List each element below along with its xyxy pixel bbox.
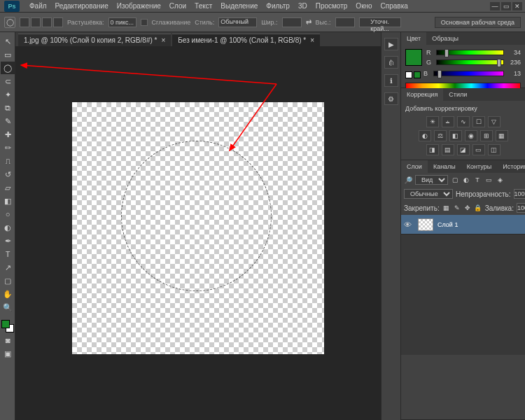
menu-text[interactable]: Текст <box>190 2 216 10</box>
eyedropper-tool[interactable]: ✎ <box>1 115 15 127</box>
tab-layers[interactable]: Слои <box>401 160 428 173</box>
lock-position-icon[interactable]: ✥ <box>463 204 472 212</box>
threshold-icon[interactable]: ◪ <box>457 144 470 155</box>
bw-icon[interactable]: ◧ <box>449 130 462 141</box>
tab-color[interactable]: Цвет <box>401 32 426 45</box>
refine-edge-button[interactable]: Уточн. край... <box>359 18 401 27</box>
path-selection-tool[interactable]: ↗ <box>1 261 15 274</box>
photo-filter-icon[interactable]: ◉ <box>465 130 477 141</box>
dock-histogram-icon[interactable]: ⫛ <box>384 56 398 69</box>
g-value[interactable]: 236 <box>507 59 521 66</box>
tab-paths[interactable]: Контуры <box>461 160 497 173</box>
menu-image[interactable]: Изображение <box>113 2 165 10</box>
r-value[interactable]: 34 <box>507 49 521 56</box>
levels-icon[interactable]: ⫨ <box>442 116 454 127</box>
minimize-button[interactable]: — <box>490 2 500 10</box>
selective-color-icon[interactable]: ◫ <box>488 144 500 155</box>
filter-pixel-icon[interactable]: ▢ <box>451 176 459 184</box>
selection-subtract-button[interactable] <box>42 18 52 27</box>
move-tool[interactable]: ↖ <box>1 35 15 48</box>
style-select[interactable]: Обычный <box>218 18 257 27</box>
filter-shape-icon[interactable]: ▭ <box>484 176 493 184</box>
tab-swatches[interactable]: Образцы <box>426 32 464 45</box>
height-input[interactable] <box>335 18 355 27</box>
selection-add-button[interactable] <box>31 18 41 27</box>
type-tool[interactable]: T <box>1 248 15 260</box>
dock-info-icon[interactable]: ℹ <box>384 74 398 87</box>
maximize-button[interactable]: ▭ <box>501 2 511 10</box>
close-icon[interactable]: × <box>310 36 314 44</box>
exposure-icon[interactable]: ☐ <box>472 116 485 127</box>
menu-layer[interactable]: Слои <box>165 2 190 10</box>
g-slider[interactable] <box>436 59 504 65</box>
close-icon[interactable]: × <box>161 36 165 44</box>
layer-thumbnail[interactable] <box>418 218 433 231</box>
gradient-map-icon[interactable]: ▭ <box>472 144 485 155</box>
opacity-input[interactable] <box>514 189 525 199</box>
alt-swatch[interactable] <box>414 71 421 78</box>
warn-swatch[interactable] <box>405 71 412 78</box>
blend-mode-select[interactable]: Обычные <box>404 189 453 199</box>
selection-new-button[interactable] <box>20 18 29 27</box>
gradient-tool[interactable]: ◧ <box>1 195 15 207</box>
antialias-checkbox[interactable] <box>141 19 148 26</box>
canvas[interactable] <box>72 102 324 354</box>
quick-mask-toggle[interactable]: ◙ <box>1 334 15 346</box>
channel-mixer-icon[interactable]: ⊞ <box>480 130 493 141</box>
menu-filter[interactable]: Фильтр <box>262 2 294 10</box>
blur-tool[interactable]: ○ <box>1 208 15 220</box>
lock-transparency-icon[interactable]: ▦ <box>442 204 451 212</box>
color-swatches[interactable] <box>1 320 14 332</box>
lasso-tool[interactable]: ⊂ <box>1 75 15 88</box>
r-slider[interactable] <box>436 50 504 55</box>
menu-file[interactable]: Файл <box>25 2 51 10</box>
canvas-viewport[interactable] <box>15 46 381 420</box>
width-input[interactable] <box>282 18 302 27</box>
close-button[interactable]: ✕ <box>512 2 522 10</box>
fill-input[interactable] <box>517 203 525 213</box>
filter-adjust-icon[interactable]: ◐ <box>462 176 470 184</box>
zoom-tool[interactable]: 🔍 <box>1 301 15 314</box>
rectangle-tool[interactable]: ▢ <box>1 274 15 287</box>
tool-preset-icon[interactable]: ◯ <box>4 17 15 28</box>
brush-tool[interactable]: ✏ <box>1 141 15 154</box>
feather-input[interactable] <box>108 18 136 27</box>
screen-mode-toggle[interactable]: ▣ <box>1 347 15 360</box>
menu-view[interactable]: Просмотр <box>312 2 352 10</box>
dock-play-icon[interactable]: ▶ <box>384 38 398 50</box>
document-tab-0[interactable]: 1.jpg @ 100% (Слой 0 копия 2, RGB/8#) * … <box>18 34 171 46</box>
lock-all-icon[interactable]: 🔒 <box>474 204 482 212</box>
curves-icon[interactable]: ∿ <box>457 116 470 127</box>
crop-tool[interactable]: ⧉ <box>1 102 15 114</box>
clone-stamp-tool[interactable]: ⎍ <box>1 155 15 167</box>
hue-icon[interactable]: ◐ <box>419 130 431 141</box>
invert-icon[interactable]: ◨ <box>426 144 439 155</box>
dodge-tool[interactable]: ◐ <box>1 221 15 234</box>
rectangular-marquee-tool[interactable]: ▭ <box>1 48 15 61</box>
lock-pixels-icon[interactable]: ✎ <box>453 204 461 212</box>
filter-type-icon[interactable]: T <box>473 176 482 184</box>
tab-history[interactable]: История <box>497 160 525 173</box>
search-icon[interactable]: 🔎 <box>404 176 412 184</box>
tab-styles[interactable]: Стили <box>443 88 472 101</box>
workspace-switcher[interactable]: Основная рабочая среда <box>435 17 521 28</box>
filter-smart-icon[interactable]: ◈ <box>496 176 504 184</box>
swap-icon[interactable]: ⇄ <box>306 18 312 26</box>
menu-window[interactable]: Окно <box>351 2 376 10</box>
brightness-icon[interactable]: ☀ <box>426 116 439 127</box>
magic-wand-tool[interactable]: ✦ <box>1 88 15 101</box>
main-color-swatch[interactable] <box>405 49 422 66</box>
layer-filter-type[interactable]: Вид <box>415 175 448 185</box>
vibrance-icon[interactable]: ▽ <box>488 116 500 127</box>
dock-properties-icon[interactable]: ⚙ <box>384 92 398 105</box>
menu-edit[interactable]: Редактирование <box>51 2 113 10</box>
posterize-icon[interactable]: ▤ <box>442 144 454 155</box>
menu-select[interactable]: Выделение <box>216 2 262 10</box>
eraser-tool[interactable]: ▱ <box>1 181 15 194</box>
menu-3d[interactable]: 3D <box>294 2 312 10</box>
elliptical-marquee-tool[interactable]: ◯ <box>1 62 15 74</box>
hand-tool[interactable]: ✋ <box>1 288 15 300</box>
b-value[interactable]: 13 <box>507 70 521 77</box>
menu-help[interactable]: Справка <box>377 2 412 10</box>
layer-name[interactable]: Слой 1 <box>438 221 458 228</box>
